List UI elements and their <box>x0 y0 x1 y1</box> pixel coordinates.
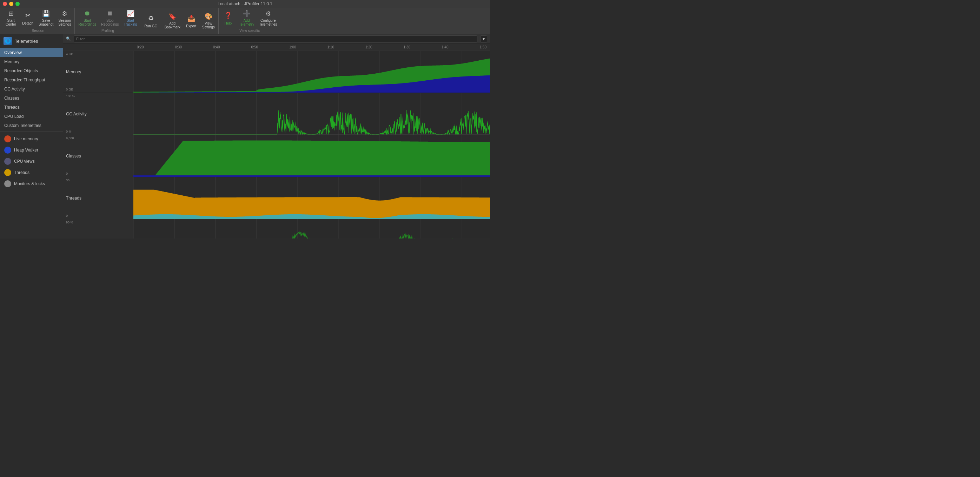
add-telemetry-btn-icon: ➕ <box>242 10 252 17</box>
toolbar-profiling-group: ⏺Start Recordings⏹Stop Recordings📈Start … <box>75 8 141 34</box>
help-btn-icon: ❓ <box>223 11 233 21</box>
stop-recordings-btn[interactable]: ⏹Stop Recordings <box>99 8 121 28</box>
toolbar-view-specific-group: ❓Help➕Add Telemetry⚙Configure Telemetrie… <box>219 8 281 34</box>
session-settings-btn[interactable]: ⚙Session Settings <box>56 8 73 28</box>
sidebar-item-cpu-load[interactable]: CPU Load <box>0 112 63 121</box>
sidebar-nav: OverviewMemoryRecorded ObjectsRecorded T… <box>0 48 63 130</box>
y-top-threads: 30 <box>66 179 130 182</box>
monitors-locks-label: Monitors & locks <box>14 181 45 186</box>
toolbar-session-group: ⊞Start Center✂Detach💾Save Snapshot⚙Sessi… <box>2 8 75 34</box>
export-btn[interactable]: 📤Export <box>183 11 199 30</box>
time-label: 0:40 <box>213 45 220 49</box>
charts-area: 0:200:300:400:501:001:101:201:301:401:50… <box>63 44 490 239</box>
chart-canvas-classes <box>134 135 490 177</box>
start-center-btn-icon: ⊞ <box>6 10 16 17</box>
chart-row-memory: 4 GB Memory 0 GB <box>63 51 490 93</box>
sidebar-header-icon: 🌐 <box>3 37 12 45</box>
chart-title-cpu-load: CPU Load <box>66 238 130 239</box>
start-recordings-btn-icon: ⏺ <box>83 10 92 17</box>
time-label: 0:50 <box>251 45 258 49</box>
live-memory-label: Live memory <box>14 136 38 141</box>
chart-title-memory: Memory <box>66 70 130 74</box>
export-btn-icon: 📤 <box>186 13 196 23</box>
y-top-cpu-load: 90 % <box>66 220 130 224</box>
run-gc-btn[interactable]: ♻Run GC <box>143 11 159 30</box>
close-button[interactable] <box>3 2 7 6</box>
sidebar-item-memory[interactable]: Memory <box>0 57 63 66</box>
add-bookmark-btn-icon: 🔖 <box>167 12 177 21</box>
toolbar: ⊞Start Center✂Detach💾Save Snapshot⚙Sessi… <box>0 8 490 34</box>
toolbar-gc-group: ♻Run GC <box>141 8 161 34</box>
view-settings-btn-icon: 🎨 <box>204 12 213 21</box>
sidebar: 🌐 Telemetries OverviewMemoryRecorded Obj… <box>0 34 63 239</box>
search-icon: 🔍 <box>66 36 71 41</box>
sidebar-item-threads[interactable]: Threads <box>0 103 63 112</box>
chart-label-classes: 9,000 Classes 0 <box>63 135 134 177</box>
window-title: Local attach - JProfiler 11.0.1 <box>218 2 272 6</box>
minimize-button[interactable] <box>9 2 13 6</box>
y-bottom-classes: 0 <box>66 172 130 175</box>
y-top-classes: 9,000 <box>66 136 130 140</box>
detach-btn-icon: ✂ <box>23 11 33 21</box>
titlebar: Local attach - JProfiler 11.0.1 <box>0 0 490 8</box>
time-axis: 0:200:300:400:501:001:101:201:301:401:50 <box>63 44 490 51</box>
charts-container: 4 GB Memory 0 GB 100 % GC Activity 0 % 9… <box>63 51 490 239</box>
time-label: 1:40 <box>442 45 448 49</box>
chart-label-gc-activity: 100 % GC Activity 0 % <box>63 93 134 135</box>
chart-label-threads: 30 Threads 0 <box>63 177 134 219</box>
sidebar-item-custom-telemetries[interactable]: Custom Telemetries <box>0 121 63 130</box>
sidebar-item-overview[interactable]: Overview <box>0 48 63 57</box>
view-settings-btn[interactable]: 🎨View Settings <box>200 11 217 30</box>
detach-btn[interactable]: ✂Detach <box>20 8 36 28</box>
chart-canvas-gc-activity <box>134 93 490 135</box>
sidebar-section-monitors-locks[interactable]: Monitors & locks <box>0 178 63 189</box>
y-bottom-gc-activity: 0 % <box>66 130 130 133</box>
add-bookmark-btn[interactable]: 🔖Add Bookmark <box>162 11 183 30</box>
cpu-views-icon <box>4 158 11 165</box>
filter-input[interactable] <box>74 35 477 43</box>
sidebar-header-label: Telemetries <box>15 39 38 44</box>
time-labels: 0:200:300:400:501:001:101:201:301:401:50 <box>134 45 490 49</box>
sidebar-section-heap-walker[interactable]: Heap Walker <box>0 144 63 156</box>
heap-walker-icon <box>4 147 11 154</box>
sidebar-section-live-memory[interactable]: Live memory <box>0 133 63 144</box>
y-top-gc-activity: 100 % <box>66 94 130 98</box>
time-label: 1:30 <box>404 45 410 49</box>
chart-label-memory: 4 GB Memory 0 GB <box>63 51 134 93</box>
add-telemetry-btn[interactable]: ➕Add Telemetry <box>237 8 256 28</box>
filter-dropdown[interactable]: ▼ <box>480 35 487 43</box>
chart-canvas-threads <box>134 177 490 219</box>
chart-row-cpu-load: 90 % CPU Load 0 % <box>63 219 490 239</box>
threads-section-icon <box>4 169 11 176</box>
live-memory-icon <box>4 135 11 143</box>
time-label: 0:30 <box>175 45 182 49</box>
help-btn[interactable]: ❓Help <box>220 8 236 28</box>
traffic-lights <box>3 2 20 6</box>
chart-label-cpu-load: 90 % CPU Load 0 % <box>63 219 134 239</box>
time-label: 1:10 <box>328 45 334 49</box>
start-recordings-btn[interactable]: ⏺Start Recordings <box>76 8 98 28</box>
toolbar-bookmark-group: 🔖Add Bookmark📤Export🎨View Settings <box>161 8 219 34</box>
time-label: 1:20 <box>365 45 372 49</box>
heap-walker-label: Heap Walker <box>14 147 38 152</box>
sidebar-item-gc-activity[interactable]: GC Activity <box>0 84 63 93</box>
sidebar-section-threads-section[interactable]: Threads <box>0 167 63 178</box>
save-snapshot-btn[interactable]: 💾Save Snapshot <box>37 8 56 28</box>
stop-recordings-btn-icon: ⏹ <box>105 10 115 17</box>
chart-row-classes: 9,000 Classes 0 <box>63 135 490 177</box>
start-tracking-btn[interactable]: 📈Start Tracking <box>122 8 139 28</box>
chart-row-threads: 30 Threads 0 <box>63 177 490 219</box>
sidebar-item-recorded-objects[interactable]: Recorded Objects <box>0 66 63 75</box>
chart-title-threads: Threads <box>66 196 130 201</box>
maximize-button[interactable] <box>16 2 20 6</box>
chart-row-gc-activity: 100 % GC Activity 0 % <box>63 93 490 135</box>
run-gc-icon: ♻ <box>146 13 156 23</box>
sidebar-section-cpu-views[interactable]: CPU views <box>0 156 63 167</box>
time-label: 0:20 <box>137 45 143 49</box>
configure-telemetries-btn-icon: ⚙ <box>263 10 273 17</box>
start-center-btn[interactable]: ⊞Start Center <box>3 8 19 28</box>
sidebar-item-recorded-throughput[interactable]: Recorded Throughput <box>0 75 63 84</box>
configure-telemetries-btn[interactable]: ⚙Configure Telemetries <box>257 8 279 28</box>
sidebar-sections: Live memory Heap Walker CPU views Thread… <box>0 133 63 189</box>
sidebar-item-classes[interactable]: Classes <box>0 93 63 103</box>
